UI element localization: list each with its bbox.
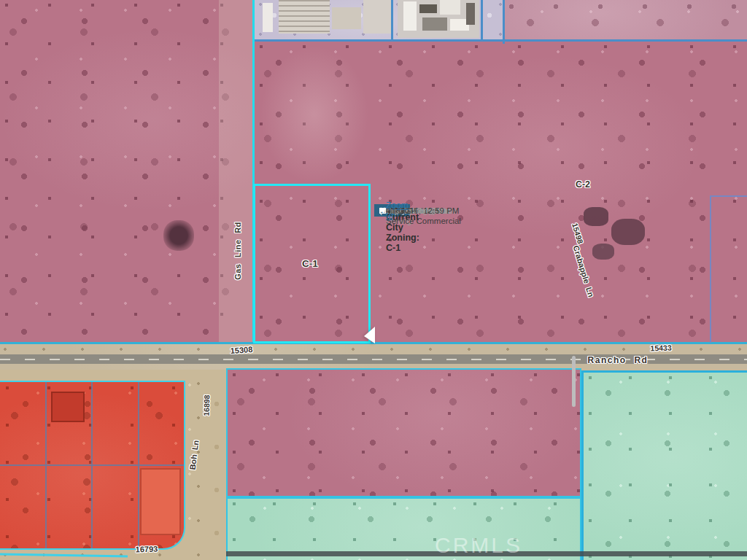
- building: [440, 0, 460, 15]
- popup-body: Current City Zoning: C-1 Zone Name / Cod…: [374, 204, 395, 210]
- building: [466, 3, 475, 25]
- light-wash: [260, 45, 369, 184]
- parcel-line: [481, 0, 483, 42]
- popup-callout-arrow: [364, 327, 375, 343]
- zoning-overlay-north-lavender[interactable]: [255, 0, 503, 42]
- structure-blob: [584, 207, 608, 226]
- dirt-road-gasline: [219, 0, 254, 343]
- building: [403, 1, 417, 31]
- structure-blob: [592, 244, 614, 260]
- map-canvas[interactable]: C-1 C-2 Gas Line Rd Crabapple Ln 15498 1…: [0, 0, 747, 560]
- building: [140, 468, 181, 535]
- parcel-outline-east: [710, 195, 747, 343]
- zone-label-c2: C-2: [568, 179, 597, 190]
- zoning-overlay-pink-south[interactable]: [226, 368, 581, 497]
- parcel-line: [255, 39, 747, 42]
- parcel-divider: [0, 464, 184, 466]
- building: [422, 18, 447, 31]
- watermark-crmls: CRMLS: [435, 533, 522, 558]
- building: [263, 3, 273, 32]
- more-options-icon[interactable]: •••: [386, 206, 398, 216]
- zoning-overlay-teal-east[interactable]: [581, 370, 747, 560]
- parcel-line: [391, 0, 393, 42]
- building: [363, 0, 391, 34]
- building-cluster: [398, 0, 479, 38]
- building: [51, 392, 85, 422]
- zoning-overlay-ne-top[interactable]: [503, 0, 747, 42]
- road-label-rancho-rd: Rancho Rd: [585, 355, 651, 365]
- address-label-16898: 16898: [201, 389, 212, 421]
- structure-blob: [611, 219, 645, 245]
- building: [419, 4, 437, 13]
- parcel-line: [503, 0, 505, 44]
- zoning-overlay-red-sw[interactable]: [0, 381, 185, 550]
- address-label-16793: 16793: [126, 544, 167, 554]
- building: [279, 0, 330, 34]
- road-label-gas-line-rd: Gas Line Rd: [233, 214, 242, 287]
- address-label-15433: 15433: [643, 343, 678, 353]
- popup-scrollbar[interactable]: [572, 356, 576, 407]
- zoning-overlay-nw[interactable]: [0, 0, 255, 343]
- structure-blob: [163, 220, 194, 251]
- zone-label-c1: C-1: [295, 258, 325, 269]
- building: [332, 7, 361, 29]
